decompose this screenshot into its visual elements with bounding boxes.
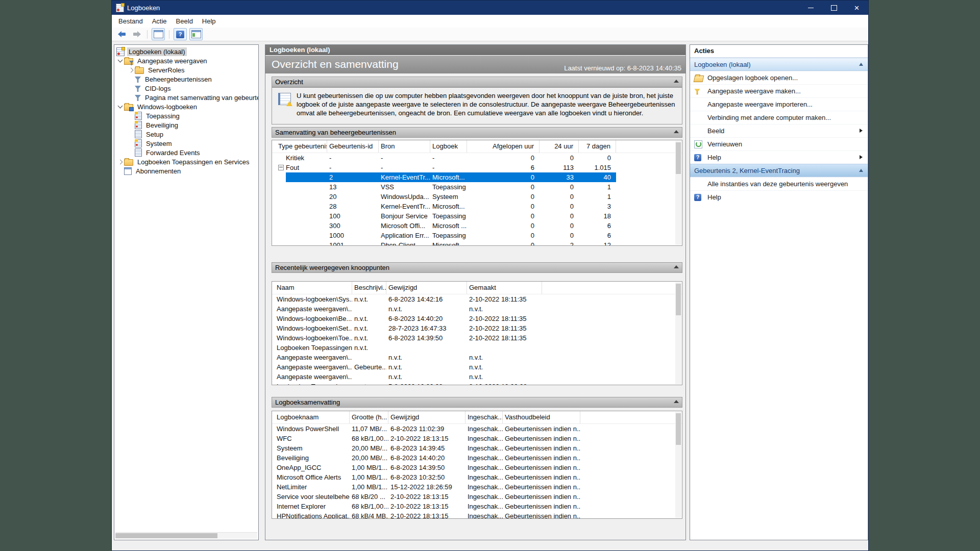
- column-header[interactable]: Vasthoudbeleid: [503, 411, 580, 423]
- action-item[interactable]: Beeld: [690, 124, 868, 137]
- table-row[interactable]: Windows PowerShell11,07 MB/...6-8-2023 1…: [272, 424, 682, 434]
- table-row[interactable]: 20WindowsUpda...Systeem001: [272, 192, 682, 202]
- table-row[interactable]: 13VSSToepassing001: [272, 182, 682, 192]
- tree-horizontal-scrollbar[interactable]: [115, 532, 257, 539]
- table-row[interactable]: Microsoft Office Alerts1,00 MB/1...6-8-2…: [272, 472, 682, 482]
- action-item[interactable]: Aangepaste weergave importeren...: [690, 97, 868, 111]
- table-row[interactable]: WFC68 kB/1,00...2-10-2022 18:13:15Ingesc…: [272, 434, 682, 443]
- tree-item[interactable]: Toepassing: [114, 111, 258, 120]
- column-header[interactable]: Beschrijvi...: [352, 282, 386, 294]
- tree-item[interactable]: Logboeken (lokaal): [114, 47, 258, 56]
- tree-item[interactable]: Forwarded Events: [114, 148, 258, 157]
- collapse-box-icon[interactable]: [278, 165, 284, 170]
- column-header[interactable]: Gewijzigd: [386, 282, 467, 294]
- table-row[interactable]: 1001Dhcp-ClientMicrosoft...0212: [272, 240, 682, 246]
- collapse-icon[interactable]: [674, 130, 679, 133]
- column-header[interactable]: Logboek: [430, 140, 467, 153]
- scrollbar-thumb[interactable]: [115, 533, 217, 538]
- table-row[interactable]: Service voor sleutelbeheer68 kB/20 ...2-…: [272, 492, 682, 502]
- column-header[interactable]: Gemaakt: [467, 282, 542, 294]
- table-row[interactable]: 28Kernel-EventTr...Microsoft...003: [272, 202, 682, 211]
- table-row[interactable]: Logboeken Toepassingen...n.v.t.: [272, 343, 682, 353]
- action-item[interactable]: Aangepaste weergave maken...: [690, 84, 868, 97]
- table-row[interactable]: OneApp_IGCC1,00 MB/1...6-8-2023 14:39:50…: [272, 463, 682, 472]
- tree-item[interactable]: Systeem: [114, 139, 258, 148]
- section-header-summary[interactable]: Samenvatting van beheergebeurtenissen: [272, 127, 682, 138]
- table-row[interactable]: Systeem20,00 MB/...6-8-2023 14:39:45Inge…: [272, 443, 682, 453]
- table-row[interactable]: Aangepaste weergaven\...n.v.t.n.v.t.: [272, 372, 682, 382]
- back-button[interactable]: [116, 29, 128, 40]
- action-group-header[interactable]: Logboeken (lokaal): [690, 58, 868, 71]
- scrollbar-thumb[interactable]: [676, 284, 681, 315]
- tree-item[interactable]: Abonnementen: [114, 166, 258, 176]
- menu-item-bestand[interactable]: Bestand: [114, 16, 148, 27]
- table-vertical-scrollbar[interactable]: [675, 141, 681, 245]
- close-button[interactable]: ×: [845, 1, 868, 15]
- tree-item[interactable]: Beveiliging: [114, 120, 258, 130]
- chevron-right-icon[interactable]: [116, 158, 124, 166]
- show-action-pane-button[interactable]: [189, 28, 203, 40]
- menu-item-help[interactable]: Help: [198, 16, 220, 27]
- column-header[interactable]: Gebeurtenis-id: [327, 140, 379, 153]
- collapse-icon[interactable]: [674, 80, 679, 83]
- table-row[interactable]: HPNotifications Applicat...68 kB/4 MB...…: [272, 511, 682, 519]
- table-row[interactable]: 1000Application Err...Toepassing006: [272, 231, 682, 240]
- column-header[interactable]: Bron: [379, 140, 430, 153]
- table-row[interactable]: Fout---61131.015: [272, 163, 682, 172]
- collapse-icon[interactable]: [859, 169, 863, 172]
- table-vertical-scrollbar[interactable]: [675, 282, 681, 384]
- column-header[interactable]: Ingeschak...: [465, 411, 503, 423]
- scrollbar-thumb[interactable]: [676, 413, 681, 445]
- table-row[interactable]: Aangepaste weergaven\...n.v.t.n.v.t.: [272, 353, 682, 362]
- menu-item-beeld[interactable]: Beeld: [172, 16, 198, 27]
- tree-item[interactable]: Windows-logboeken: [114, 102, 258, 111]
- tree-item[interactable]: CID-logs: [114, 84, 258, 93]
- column-header[interactable]: 7 dagen: [579, 140, 616, 153]
- table-row[interactable]: Internet Explorer68 kB/1,00...2-10-2022 …: [272, 502, 682, 511]
- action-item[interactable]: Opgeslagen logboek openen...: [690, 71, 868, 84]
- show-console-tree-button[interactable]: [152, 28, 165, 40]
- table-row[interactable]: Windows-logboeken\Set...n.v.t.28-7-2023 …: [272, 323, 682, 333]
- collapse-icon[interactable]: [674, 265, 679, 268]
- chevron-right-icon[interactable]: [127, 66, 135, 74]
- menu-item-actie[interactable]: Actie: [148, 16, 172, 27]
- table-row[interactable]: Aangepaste weergaven\...n.v.t.n.v.t.: [272, 304, 682, 314]
- table-row[interactable]: 100Bonjour ServiceToepassing0018: [272, 211, 682, 221]
- section-header-recent[interactable]: Recentelijk weergegeven knooppunten: [272, 262, 682, 273]
- table-vertical-scrollbar[interactable]: [675, 412, 681, 518]
- help-toolbar-button[interactable]: ?: [174, 28, 187, 40]
- section-header-overview[interactable]: Overzicht: [272, 77, 682, 87]
- table-row[interactable]: Windows-logboeken\Sys...n.v.t.6-8-2023 1…: [272, 294, 682, 304]
- column-header[interactable]: Type gebeurtenis: [272, 140, 327, 153]
- tree-item[interactable]: Aangepaste weergaven: [114, 56, 258, 65]
- tree-item[interactable]: Beheergebeurtenissen: [114, 74, 258, 84]
- table-row[interactable]: 2Kernel-EventTr...Microsoft...03340: [272, 172, 682, 182]
- table-row[interactable]: Kritiek---000: [272, 153, 682, 163]
- scrollbar-thumb[interactable]: [676, 142, 681, 174]
- column-header[interactable]: Logboeknaam: [272, 411, 350, 423]
- action-group-header[interactable]: Gebeurtenis 2, Kernel-EventTracing: [690, 164, 868, 177]
- column-header[interactable]: Naam: [272, 282, 352, 294]
- table-row[interactable]: Windows-logboeken\Be...n.v.t.6-8-2023 14…: [272, 314, 682, 323]
- table-row[interactable]: NetLimiter1,00 MB/1...15-12-2022 18:26:5…: [272, 482, 682, 492]
- column-header[interactable]: 24 uur: [540, 140, 579, 153]
- tree-item[interactable]: Logboeken Toepassingen en Services: [114, 157, 258, 166]
- tree-item[interactable]: Pagina met samenvatting van gebeurteniss: [114, 93, 258, 102]
- chevron-down-icon[interactable]: [116, 57, 124, 65]
- action-item[interactable]: Alle instanties van deze gebeurtenis wee…: [690, 177, 868, 190]
- table-row[interactable]: Beveiliging20,00 MB/...6-8-2023 14:40:20…: [272, 453, 682, 463]
- action-item[interactable]: Help: [690, 151, 868, 164]
- table-row[interactable]: Windows-logboeken\Toe...n.v.t.6-8-2023 1…: [272, 333, 682, 343]
- section-header-logsummary[interactable]: Logboeksamenvatting: [272, 397, 682, 408]
- column-header[interactable]: Afgelopen uur: [467, 140, 540, 153]
- action-item[interactable]: Vernieuwen: [690, 137, 868, 151]
- table-row[interactable]: 300Microsoft Offi...Microsoft ...006: [272, 221, 682, 231]
- action-item[interactable]: Verbinding met andere computer maken...: [690, 111, 868, 124]
- column-header[interactable]: Gewijzigd: [388, 411, 465, 423]
- table-row[interactable]: Logboeken Toepassingen...n.v.t.5-8-2023 …: [272, 382, 682, 385]
- chevron-down-icon[interactable]: [116, 103, 124, 111]
- action-item[interactable]: Help: [690, 190, 868, 204]
- forward-button[interactable]: [131, 29, 143, 40]
- minimize-button[interactable]: [799, 1, 822, 15]
- tree-item[interactable]: Setup: [114, 130, 258, 139]
